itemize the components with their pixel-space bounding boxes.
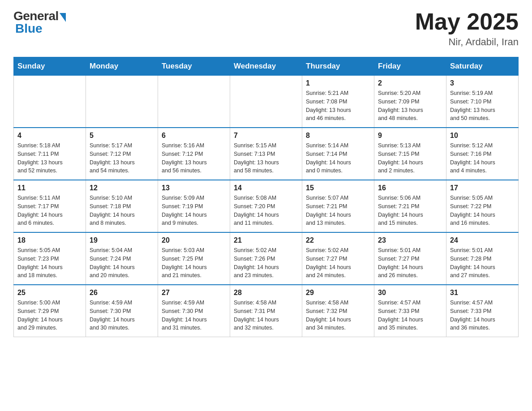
- day-info: Sunrise: 5:09 AMSunset: 7:19 PMDaylight:…: [162, 194, 226, 227]
- day-number: 29: [306, 289, 370, 297]
- day-number: 14: [234, 184, 298, 192]
- day-info: Sunrise: 5:02 AMSunset: 7:27 PMDaylight:…: [306, 246, 370, 280]
- col-header-tuesday: Tuesday: [158, 57, 230, 76]
- day-number: 17: [450, 184, 515, 192]
- day-info: Sunrise: 5:10 AMSunset: 7:18 PMDaylight:…: [90, 194, 154, 227]
- location-text: Nir, Ardabil, Iran: [415, 36, 519, 48]
- day-number: 19: [90, 236, 154, 244]
- day-info: Sunrise: 4:58 AMSunset: 7:31 PMDaylight:…: [234, 299, 298, 332]
- day-info: Sunrise: 5:04 AMSunset: 7:24 PMDaylight:…: [90, 246, 154, 280]
- day-info: Sunrise: 5:11 AMSunset: 7:17 PMDaylight:…: [17, 194, 82, 227]
- day-info: Sunrise: 5:02 AMSunset: 7:26 PMDaylight:…: [234, 246, 298, 280]
- day-number: 6: [162, 132, 226, 140]
- day-info: Sunrise: 5:12 AMSunset: 7:16 PMDaylight:…: [450, 141, 515, 175]
- day-number: 31: [450, 289, 515, 297]
- calendar-cell: 4Sunrise: 5:18 AMSunset: 7:11 PMDaylight…: [14, 128, 86, 180]
- day-info: Sunrise: 5:17 AMSunset: 7:12 PMDaylight:…: [90, 141, 154, 175]
- calendar-cell: 15Sunrise: 5:07 AMSunset: 7:21 PMDayligh…: [302, 180, 374, 232]
- day-number: 18: [17, 236, 82, 244]
- calendar-cell: 17Sunrise: 5:05 AMSunset: 7:22 PMDayligh…: [446, 180, 519, 232]
- day-info: Sunrise: 5:06 AMSunset: 7:21 PMDaylight:…: [378, 194, 442, 227]
- calendar-cell: 23Sunrise: 5:01 AMSunset: 7:27 PMDayligh…: [374, 232, 446, 285]
- calendar-cell: 19Sunrise: 5:04 AMSunset: 7:24 PMDayligh…: [86, 232, 158, 285]
- day-number: 25: [17, 289, 82, 297]
- calendar-table: SundayMondayTuesdayWednesdayThursdayFrid…: [13, 57, 519, 337]
- day-number: 16: [378, 184, 442, 192]
- calendar-cell: 1Sunrise: 5:21 AMSunset: 7:08 PMDaylight…: [302, 76, 374, 128]
- calendar-cell: 14Sunrise: 5:08 AMSunset: 7:20 PMDayligh…: [230, 180, 302, 232]
- calendar-cell: 13Sunrise: 5:09 AMSunset: 7:19 PMDayligh…: [158, 180, 230, 232]
- calendar-cell: 16Sunrise: 5:06 AMSunset: 7:21 PMDayligh…: [374, 180, 446, 232]
- day-number: 13: [162, 184, 226, 192]
- day-number: 1: [306, 79, 370, 87]
- calendar-cell: 22Sunrise: 5:02 AMSunset: 7:27 PMDayligh…: [302, 232, 374, 285]
- calendar-cell: 28Sunrise: 4:58 AMSunset: 7:31 PMDayligh…: [230, 285, 302, 337]
- calendar-cell: 20Sunrise: 5:03 AMSunset: 7:25 PMDayligh…: [158, 232, 230, 285]
- calendar-cell: 26Sunrise: 4:59 AMSunset: 7:30 PMDayligh…: [86, 285, 158, 337]
- col-header-thursday: Thursday: [302, 57, 374, 76]
- day-info: Sunrise: 4:59 AMSunset: 7:30 PMDaylight:…: [90, 299, 154, 332]
- day-number: 2: [378, 79, 442, 87]
- day-info: Sunrise: 5:07 AMSunset: 7:21 PMDaylight:…: [306, 194, 370, 227]
- day-info: Sunrise: 5:19 AMSunset: 7:10 PMDaylight:…: [450, 89, 515, 123]
- calendar-week-1: 1Sunrise: 5:21 AMSunset: 7:08 PMDaylight…: [14, 76, 519, 128]
- day-info: Sunrise: 5:01 AMSunset: 7:27 PMDaylight:…: [378, 246, 442, 280]
- calendar-cell: [158, 76, 230, 128]
- calendar-week-3: 11Sunrise: 5:11 AMSunset: 7:17 PMDayligh…: [14, 180, 519, 232]
- day-info: Sunrise: 4:59 AMSunset: 7:30 PMDaylight:…: [162, 299, 226, 332]
- day-number: 8: [306, 132, 370, 140]
- day-info: Sunrise: 5:15 AMSunset: 7:13 PMDaylight:…: [234, 141, 298, 175]
- logo: General Blue: [13, 9, 66, 36]
- logo-blue-text: Blue: [15, 21, 43, 36]
- calendar-cell: 11Sunrise: 5:11 AMSunset: 7:17 PMDayligh…: [14, 180, 86, 232]
- calendar-cell: 18Sunrise: 5:05 AMSunset: 7:23 PMDayligh…: [14, 232, 86, 285]
- day-number: 11: [17, 184, 82, 192]
- calendar-cell: 12Sunrise: 5:10 AMSunset: 7:18 PMDayligh…: [86, 180, 158, 232]
- day-number: 7: [234, 132, 298, 140]
- day-number: 30: [378, 289, 442, 297]
- day-info: Sunrise: 5:05 AMSunset: 7:22 PMDaylight:…: [450, 194, 515, 227]
- col-header-saturday: Saturday: [446, 57, 519, 76]
- day-number: 23: [378, 236, 442, 244]
- day-info: Sunrise: 5:08 AMSunset: 7:20 PMDaylight:…: [234, 194, 298, 227]
- day-info: Sunrise: 5:03 AMSunset: 7:25 PMDaylight:…: [162, 246, 226, 280]
- calendar-cell: 10Sunrise: 5:12 AMSunset: 7:16 PMDayligh…: [446, 128, 519, 180]
- day-number: 24: [450, 236, 515, 244]
- calendar-cell: [86, 76, 158, 128]
- calendar-cell: 9Sunrise: 5:13 AMSunset: 7:15 PMDaylight…: [374, 128, 446, 180]
- calendar-cell: 3Sunrise: 5:19 AMSunset: 7:10 PMDaylight…: [446, 76, 519, 128]
- calendar-week-4: 18Sunrise: 5:05 AMSunset: 7:23 PMDayligh…: [14, 232, 519, 285]
- day-info: Sunrise: 4:57 AMSunset: 7:33 PMDaylight:…: [450, 299, 515, 332]
- calendar-cell: 6Sunrise: 5:16 AMSunset: 7:12 PMDaylight…: [158, 128, 230, 180]
- calendar-cell: 8Sunrise: 5:14 AMSunset: 7:14 PMDaylight…: [302, 128, 374, 180]
- day-number: 9: [378, 132, 442, 140]
- calendar-cell: 24Sunrise: 5:01 AMSunset: 7:28 PMDayligh…: [446, 232, 519, 285]
- day-number: 21: [234, 236, 298, 244]
- calendar-cell: 21Sunrise: 5:02 AMSunset: 7:26 PMDayligh…: [230, 232, 302, 285]
- day-info: Sunrise: 5:01 AMSunset: 7:28 PMDaylight:…: [450, 246, 515, 280]
- calendar-cell: 31Sunrise: 4:57 AMSunset: 7:33 PMDayligh…: [446, 285, 519, 337]
- day-number: 28: [234, 289, 298, 297]
- day-info: Sunrise: 5:00 AMSunset: 7:29 PMDaylight:…: [17, 299, 82, 332]
- day-number: 3: [450, 79, 515, 87]
- day-number: 4: [17, 132, 82, 140]
- col-header-friday: Friday: [374, 57, 446, 76]
- day-number: 20: [162, 236, 226, 244]
- day-info: Sunrise: 5:18 AMSunset: 7:11 PMDaylight:…: [17, 141, 82, 175]
- day-number: 5: [90, 132, 154, 140]
- day-info: Sunrise: 5:16 AMSunset: 7:12 PMDaylight:…: [162, 141, 226, 175]
- calendar-cell: 27Sunrise: 4:59 AMSunset: 7:30 PMDayligh…: [158, 285, 230, 337]
- calendar-week-2: 4Sunrise: 5:18 AMSunset: 7:11 PMDaylight…: [14, 128, 519, 180]
- calendar-cell: 30Sunrise: 4:57 AMSunset: 7:33 PMDayligh…: [374, 285, 446, 337]
- day-number: 15: [306, 184, 370, 192]
- day-number: 12: [90, 184, 154, 192]
- day-info: Sunrise: 4:58 AMSunset: 7:32 PMDaylight:…: [306, 299, 370, 332]
- day-info: Sunrise: 5:13 AMSunset: 7:15 PMDaylight:…: [378, 141, 442, 175]
- calendar-cell: 5Sunrise: 5:17 AMSunset: 7:12 PMDaylight…: [86, 128, 158, 180]
- day-number: 10: [450, 132, 515, 140]
- calendar-cell: [230, 76, 302, 128]
- day-number: 22: [306, 236, 370, 244]
- calendar-cell: 2Sunrise: 5:20 AMSunset: 7:09 PMDaylight…: [374, 76, 446, 128]
- day-info: Sunrise: 5:21 AMSunset: 7:08 PMDaylight:…: [306, 89, 370, 123]
- title-block: May 2025 Nir, Ardabil, Iran: [415, 9, 519, 48]
